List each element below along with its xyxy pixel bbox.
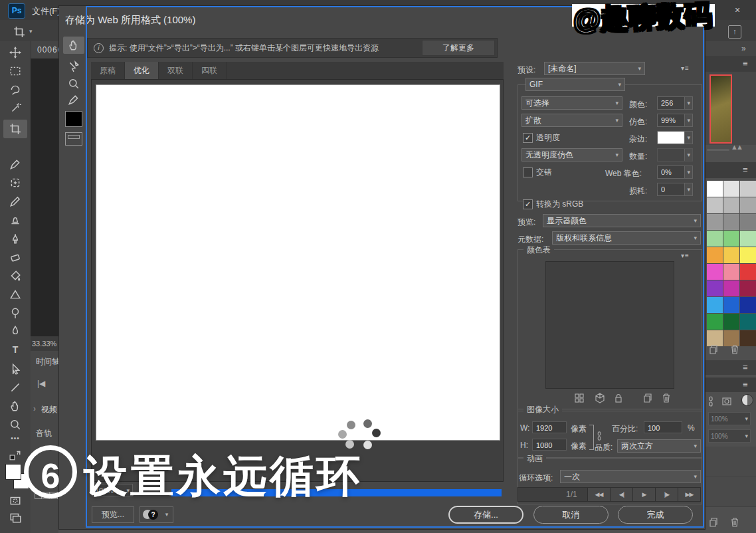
layer-mask-icon[interactable] <box>721 396 732 407</box>
history-brush-tool-icon[interactable] <box>9 233 21 245</box>
quick-mask-icon[interactable] <box>9 494 21 506</box>
panel-menu-icon[interactable]: ≡ <box>743 362 748 372</box>
crop-tool-icon[interactable] <box>9 123 21 135</box>
trash-icon[interactable] <box>661 393 672 403</box>
shape-tool-icon[interactable] <box>9 288 21 300</box>
colors-field[interactable]: 256▾ <box>657 96 693 110</box>
new-color-icon[interactable] <box>642 393 653 403</box>
color-swatch[interactable] <box>723 231 739 247</box>
previous-frame-button[interactable]: ◀| <box>610 488 632 501</box>
learn-more-button[interactable]: 了解更多 <box>422 40 495 56</box>
color-swatch[interactable] <box>740 231 756 247</box>
lasso-tool-icon[interactable] <box>9 84 21 96</box>
last-frame-button[interactable]: ▶▶ <box>678 488 700 501</box>
adjustment-layer-icon[interactable] <box>741 394 753 406</box>
convert-srgb-checkbox[interactable]: ✓ <box>523 199 533 209</box>
type-tool-icon[interactable]: T <box>9 344 21 356</box>
magic-wand-tool-icon[interactable] <box>9 102 21 114</box>
panel-menu-icon[interactable]: ≡ <box>743 58 748 68</box>
tab-2up[interactable]: 双联 <box>159 62 193 79</box>
zoom-tool-icon[interactable] <box>9 419 21 431</box>
slice-select-tool-button[interactable] <box>63 58 84 75</box>
color-swatch[interactable] <box>707 197 723 213</box>
web-shift-icon[interactable] <box>595 393 605 403</box>
panel-menu-icon[interactable]: ▾≡ <box>681 252 690 259</box>
color-swatch[interactable] <box>707 264 723 280</box>
color-swatch[interactable] <box>707 231 723 247</box>
color-swatch[interactable] <box>740 330 756 346</box>
transparency-checkbox[interactable]: ✓ <box>523 133 533 143</box>
trash-icon[interactable] <box>729 344 740 355</box>
color-swatch[interactable] <box>707 214 723 230</box>
color-swatch[interactable] <box>707 314 723 330</box>
hand-tool-button[interactable] <box>63 37 84 54</box>
share-icon[interactable]: ↑ <box>728 25 741 39</box>
preview-button[interactable]: 预览... <box>92 506 134 523</box>
expand-panel-icon[interactable]: » <box>741 44 746 53</box>
new-layer-icon[interactable] <box>708 517 719 528</box>
color-swatch[interactable] <box>740 264 756 280</box>
close-button[interactable]: × <box>728 3 747 17</box>
preview-canvas[interactable] <box>91 79 504 482</box>
width-input[interactable]: 1920 <box>532 421 567 433</box>
save-button[interactable]: 存储... <box>448 506 523 524</box>
color-reduction-dropdown[interactable]: 可选择▾ <box>521 96 622 110</box>
layer-row[interactable] <box>706 447 756 477</box>
browser-list-arrow[interactable]: ▾ <box>161 506 173 523</box>
navigator-zoom-slider[interactable] <box>707 149 729 151</box>
color-swatch[interactable] <box>740 280 756 296</box>
layer-opacity-field[interactable]: 100%▾ <box>708 412 751 425</box>
eraser-tool-icon[interactable] <box>9 251 21 263</box>
toggle-slices-visibility-button[interactable] <box>65 132 82 146</box>
link-dimensions-icon[interactable] <box>595 431 605 442</box>
color-swatch[interactable] <box>740 214 756 230</box>
new-swatch-icon[interactable] <box>708 344 719 355</box>
color-swatch[interactable] <box>723 197 739 213</box>
preview-in-browser-button[interactable]: ? <box>140 506 162 523</box>
preview-dropdown[interactable]: 显示器颜色▾ <box>543 214 701 227</box>
play-button[interactable]: ▶ <box>632 488 655 501</box>
dither-method-dropdown[interactable]: 扩散▾ <box>521 114 622 127</box>
color-swatch[interactable] <box>740 297 756 313</box>
line-tool-icon[interactable] <box>9 381 21 393</box>
color-swatch[interactable] <box>723 280 739 296</box>
done-button[interactable]: 完成 <box>618 506 693 524</box>
screen-mode-icon[interactable] <box>9 512 21 524</box>
transparency-dither-dropdown[interactable]: 无透明度仿色▾ <box>521 148 622 161</box>
sponge-tool-icon[interactable] <box>9 307 21 319</box>
paint-bucket-tool-icon[interactable] <box>9 270 21 282</box>
layer-row[interactable] <box>706 477 756 507</box>
next-frame-button[interactable]: |▶ <box>655 488 678 501</box>
first-frame-button[interactable]: ◀◀ <box>587 488 610 501</box>
layer-fill-field[interactable]: 100%▾ <box>708 429 751 443</box>
color-swatch[interactable] <box>740 181 756 197</box>
marquee-tool-icon[interactable] <box>9 65 21 77</box>
panel-menu-icon[interactable]: ▾≡ <box>681 64 690 72</box>
color-swatch[interactable] <box>707 297 723 313</box>
metadata-dropdown[interactable]: 版权和联系信息▾ <box>552 231 701 245</box>
pencil-tool-icon[interactable] <box>9 195 21 207</box>
matte-swatch-field[interactable]: ▾ <box>657 131 693 144</box>
swap-colors-icon[interactable] <box>9 449 21 461</box>
rewind-icon[interactable]: |◀ <box>37 379 45 388</box>
timeline-video-group[interactable]: 视频 <box>41 404 57 415</box>
move-tool-icon[interactable] <box>9 47 21 58</box>
websnap-field[interactable]: 0%▾ <box>657 165 693 179</box>
color-swatch[interactable] <box>707 247 723 263</box>
quality-dropdown[interactable]: 两次立方▾ <box>617 439 701 453</box>
loop-options-dropdown[interactable]: 一次▾ <box>560 470 701 483</box>
height-input[interactable]: 1080 <box>532 439 567 451</box>
tab-optimized[interactable]: 优化 <box>125 62 159 79</box>
interlace-checkbox[interactable] <box>523 167 533 177</box>
cancel-button[interactable]: 取消 <box>533 506 609 524</box>
foreground-color-swatch[interactable] <box>5 464 21 480</box>
color-swatch[interactable] <box>723 181 739 197</box>
menu-item-file[interactable]: 文件(F) <box>32 5 60 17</box>
healing-brush-tool-icon[interactable] <box>9 177 21 189</box>
link-layers-icon[interactable] <box>706 396 716 407</box>
panel-menu-icon[interactable]: ≡ <box>743 165 748 175</box>
pen-tool-icon[interactable] <box>9 326 21 338</box>
color-swatch[interactable] <box>740 314 756 330</box>
color-swatch[interactable] <box>740 197 756 213</box>
eyedropper-color-swatch[interactable] <box>65 111 82 127</box>
